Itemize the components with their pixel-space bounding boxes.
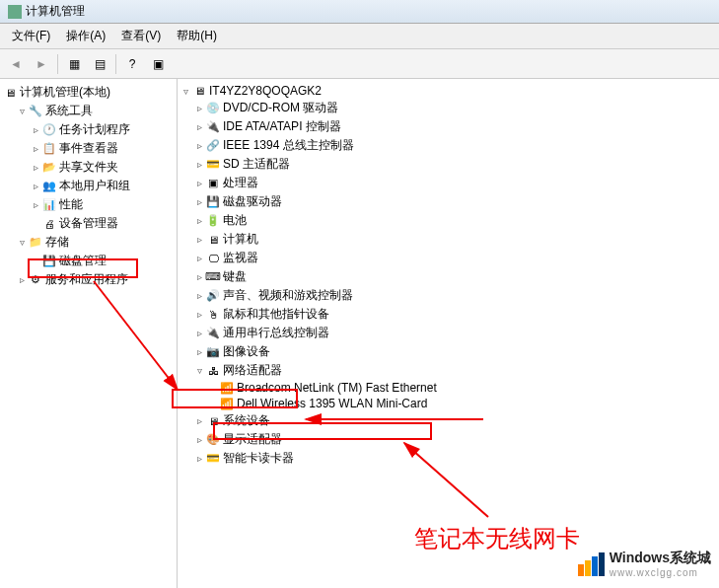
collapse-icon[interactable]: ▿ [180,86,191,97]
computer-icon [205,233,221,247]
collapse-icon[interactable]: ▿ [16,106,28,116]
expand-icon[interactable]: ▹ [193,159,205,170]
right-tree-pane[interactable]: ▿ IT4YZ2Y8QOQAGK2 ▹DVD/CD-ROM 驱动器 ▹IDE A… [178,79,719,588]
expand-icon[interactable]: ▹ [30,124,41,135]
device-imaging[interactable]: ▹图像设备 [193,342,717,361]
expand-icon[interactable]: ▹ [193,121,205,132]
expand-icon[interactable]: ▹ [30,181,41,191]
expand-icon[interactable]: ▹ [193,234,205,245]
expand-icon[interactable]: ▹ [193,215,205,226]
menu-action[interactable]: 操作(A) [58,24,113,48]
tree-storage[interactable]: ▿ 存储 [16,233,175,252]
expand-icon[interactable]: ▹ [193,196,205,207]
tree-label: 图像设备 [223,343,270,360]
ide-icon [205,120,221,134]
device-diskdrive[interactable]: ▹磁盘驱动器 [193,192,717,211]
tree-event-viewer[interactable]: ▹ 事件查看器 [30,139,175,158]
title-bar: 计算机管理 [0,0,719,24]
device-computer[interactable]: ▹计算机 [193,230,717,249]
toolbar-btn-2[interactable]: ▤ [88,52,111,76]
window-title: 计算机管理 [26,3,85,20]
device-usb[interactable]: ▹通用串行总线控制器 [193,324,717,342]
tree-label: 智能卡读卡器 [223,450,294,467]
device-network[interactable]: ▿网络适配器 [193,361,717,380]
expand-icon[interactable]: ▹ [193,178,205,188]
sys-icon [205,414,221,428]
device-keyboard[interactable]: ▹键盘 [193,267,717,286]
network-card-broadcom[interactable]: Broadcom NetLink (TM) Fast Ethernet [207,380,717,396]
expand-icon[interactable]: ▹ [193,140,205,151]
monitor-icon [205,252,221,265]
menu-view[interactable]: 查看(V) [113,24,169,48]
tree-label: 计算机管理(本地) [20,84,110,101]
toolbar-btn-1[interactable]: ▦ [62,52,86,76]
network-card-dell-wireless[interactable]: Dell Wireless 1395 WLAN Mini-Card [207,396,717,411]
watermark: Windows系统城 www.wxclgg.com [578,550,711,578]
device-monitor[interactable]: ▹监视器 [193,249,717,267]
menu-file[interactable]: 文件(F) [4,24,58,48]
app-icon [8,5,22,19]
left-tree-pane[interactable]: 计算机管理(本地) ▿ 系统工具 ▹ 任务计划程序 ▹ 事件查看器 [0,79,178,588]
tree-root-local[interactable]: 计算机管理(本地) [2,83,175,102]
tree-system-tools[interactable]: ▿ 系统工具 [16,102,175,120]
tree-disk-management[interactable]: 磁盘管理 [30,252,175,270]
tree-label: 处理器 [223,175,258,191]
tree-services-apps[interactable]: ▹ 服务和应用程序 [16,270,175,289]
tree-shared-folders[interactable]: ▹ 共享文件夹 [30,158,175,177]
tree-label: 事件查看器 [59,140,118,157]
toolbar-separator [115,54,116,74]
expand-icon[interactable]: ▹ [30,199,41,210]
tree-label: SD 主适配器 [223,156,290,173]
device-sd[interactable]: ▹SD 主适配器 [193,155,717,174]
tree-label: Broadcom NetLink (TM) Fast Ethernet [237,381,437,395]
netcard-icon [219,381,235,395]
expand-icon[interactable]: ▹ [193,328,205,338]
expand-icon[interactable]: ▹ [193,309,205,320]
device-sound[interactable]: ▹声音、视频和游戏控制器 [193,286,717,305]
tree-local-users[interactable]: ▹ 本地用户和组 [30,177,175,195]
expand-icon[interactable]: ▹ [30,162,41,173]
tree-label: 存储 [45,234,69,251]
toolbar-btn-3[interactable]: ? [120,52,144,76]
device-ide[interactable]: ▹IDE ATA/ATAPI 控制器 [193,117,717,136]
expand-icon[interactable]: ▹ [193,453,205,464]
expand-icon[interactable]: ▹ [193,434,205,445]
tree-performance[interactable]: ▹ 性能 [30,195,175,214]
device-display[interactable]: ▹显示适配器 [193,430,717,449]
device-cdrom[interactable]: ▹DVD/CD-ROM 驱动器 [193,99,717,117]
device-system[interactable]: ▹系统设备 [193,411,717,430]
tree-label: 性能 [59,196,83,213]
device-ieee1394[interactable]: ▹IEEE 1394 总线主控制器 [193,136,717,155]
expand-icon[interactable]: ▹ [193,103,205,113]
toolbar-btn-4[interactable]: ▣ [146,52,170,76]
collapse-icon[interactable]: ▿ [193,365,205,376]
expand-icon[interactable]: ▹ [30,143,41,154]
menu-help[interactable]: 帮助(H) [169,24,225,48]
tree-label: 任务计划程序 [59,121,130,138]
collapse-icon[interactable]: ▿ [16,237,28,248]
content-area: 计算机管理(本地) ▿ 系统工具 ▹ 任务计划程序 ▹ 事件查看器 [0,79,719,588]
display-icon [205,433,221,447]
watermark-title: Windows系统城 [610,550,711,567]
device-icon [41,217,57,231]
device-root[interactable]: ▿ IT4YZ2Y8QOQAGK2 [180,83,717,99]
event-icon [41,142,57,156]
tree-label: 磁盘驱动器 [223,193,282,210]
expand-icon[interactable]: ▹ [193,346,205,357]
expand-icon[interactable]: ▹ [193,253,205,263]
keyboard-icon [205,270,221,284]
device-mouse[interactable]: ▹鼠标和其他指针设备 [193,305,717,324]
tree-task-scheduler[interactable]: ▹ 任务计划程序 [30,120,175,139]
device-cpu[interactable]: ▹处理器 [193,174,717,192]
tree-label: 电池 [223,212,247,229]
tree-device-manager[interactable]: 设备管理器 [30,214,175,233]
expand-icon[interactable]: ▹ [16,274,28,285]
expand-icon[interactable]: ▹ [193,290,205,301]
expand-icon[interactable]: ▹ [193,271,205,282]
nav-back-button: ◄ [4,52,28,76]
tree-label: 系统设备 [223,412,270,429]
usb-icon [205,327,221,340]
device-smartcard[interactable]: ▹智能卡读卡器 [193,449,717,468]
expand-icon[interactable]: ▹ [193,415,205,426]
device-battery[interactable]: ▹电池 [193,211,717,230]
